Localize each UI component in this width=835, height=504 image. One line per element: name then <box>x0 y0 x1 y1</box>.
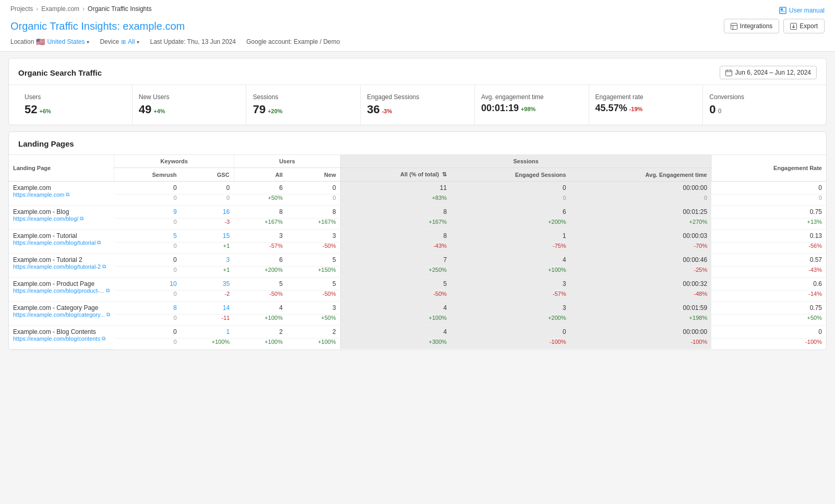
avg-time-val: 00:01:59 <box>570 302 711 315</box>
external-link-icon: ⧉ <box>102 335 105 342</box>
semrush-val: 9 <box>114 206 181 219</box>
avg-time-val: 00:00:00 <box>570 326 711 339</box>
date-range-picker[interactable]: Jun 6, 2024 – Jun 12, 2024 <box>720 66 817 79</box>
page-url-link[interactable]: https://example.com ⧉ <box>13 191 110 198</box>
export-icon <box>790 23 797 30</box>
page-url-link[interactable]: https://example.com/blog/tutorial-2 ⧉ <box>13 263 110 270</box>
gsc-sub: 0 <box>181 195 234 206</box>
sub-col-all: All <box>234 168 287 182</box>
avg-time-val: 00:01:25 <box>570 206 711 219</box>
page-url-link[interactable]: https://example.com/blog/product-... ⧉ <box>13 287 110 294</box>
external-link-icon: ⧉ <box>97 239 101 246</box>
sort-icon[interactable]: ⇅ <box>442 171 447 177</box>
export-button[interactable]: Export <box>783 19 825 33</box>
gsc-sub: -3 <box>181 219 234 230</box>
users-new-val: 3 <box>287 302 341 315</box>
engaged-sub: +100% <box>451 267 570 278</box>
users-all-val: 3 <box>234 230 287 243</box>
users-all-val: 6 <box>234 254 287 267</box>
location-value[interactable]: United States <box>47 38 85 45</box>
page-url-link[interactable]: https://example.com/blog/ ⧉ <box>13 215 110 222</box>
avg-time-sub: -48% <box>570 291 711 302</box>
flag-icon: 🇺🇸 <box>36 38 45 46</box>
metric-engagement-rate: Engagement rate 45.57% -19% <box>589 85 703 125</box>
page-title: Organic Traffic Insights: example.com <box>10 20 185 32</box>
users-new-sub: +100% <box>287 339 341 350</box>
page-name-cell: Example.com - Blog Contents https://exam… <box>9 326 114 350</box>
table-row: Example.com - Tutorial https://example.c… <box>9 230 826 243</box>
semrush-sub: 0 <box>114 315 181 326</box>
eng-rate-val: 0.6 <box>711 278 826 291</box>
engaged-sub: +200% <box>451 219 570 230</box>
integrations-button[interactable]: Integrations <box>724 19 780 33</box>
col-keywords: Keywords <box>114 155 234 168</box>
page-name-cell: Example.com - Category Page https://exam… <box>9 302 114 326</box>
gsc-val: 3 <box>181 254 234 267</box>
device-filter[interactable]: Device ⊞ All ▾ <box>100 38 139 45</box>
location-filter[interactable]: Location 🇺🇸 United States ▾ <box>10 38 89 46</box>
gsc-val: 35 <box>181 278 234 291</box>
sub-col-new: New <box>287 168 341 182</box>
semrush-val: 0 <box>114 326 181 339</box>
sessions-all-val: 4 <box>340 326 451 339</box>
gsc-val: 16 <box>181 206 234 219</box>
engaged-val: 0 <box>451 182 570 195</box>
eng-rate-sub: 0 <box>711 195 826 206</box>
landing-pages-title: Landing Pages <box>9 132 826 155</box>
gsc-val: 14 <box>181 302 234 315</box>
table-row: Example.com - Tutorial 2 https://example… <box>9 254 826 267</box>
users-new-sub: -50% <box>287 291 341 302</box>
users-all-val: 6 <box>234 182 287 195</box>
table-row: Example.com - Product Page https://examp… <box>9 278 826 291</box>
external-link-icon: ⧉ <box>80 215 84 222</box>
eng-rate-val: 0.75 <box>711 302 826 315</box>
page-name-cell: Example.com - Blog https://example.com/b… <box>9 206 114 230</box>
breadcrumb-projects[interactable]: Projects <box>10 5 33 13</box>
users-all-sub: +50% <box>234 195 287 206</box>
calendar-icon <box>725 69 732 76</box>
semrush-val: 8 <box>114 302 181 315</box>
svg-rect-0 <box>780 7 786 14</box>
users-new-sub: +167% <box>287 219 341 230</box>
last-update: Last Update: Thu, 13 Jun 2024 <box>150 38 236 45</box>
svg-rect-8 <box>725 70 732 76</box>
users-all-sub: +167% <box>234 219 287 230</box>
users-new-val: 8 <box>287 206 341 219</box>
table-row: Example.com https://example.com ⧉ 0 0 6 … <box>9 182 826 195</box>
page-url-link[interactable]: https://example.com/blog/contents ⧉ <box>13 335 110 342</box>
sessions-all-val: 8 <box>340 206 451 219</box>
sessions-all-val: 4 <box>340 302 451 315</box>
metric-conversions: Conversions 0 0 <box>703 85 817 125</box>
table-sub-row: 0 -11 +100% +50% +100% +200% +198% +50% <box>9 315 826 326</box>
metric-avg-engagement: Avg. engagement time 00:01:19 +98% <box>475 85 589 125</box>
breadcrumb-example[interactable]: Example.com <box>41 5 79 13</box>
table-row: Example.com - Category Page https://exam… <box>9 302 826 315</box>
eng-rate-val: 0.75 <box>711 206 826 219</box>
page-url-link[interactable]: https://example.com/blog/category... ⧉ <box>13 311 110 318</box>
device-value[interactable]: All <box>128 38 135 45</box>
device-dropdown-arrow: ▾ <box>137 39 139 45</box>
manual-icon <box>779 7 786 14</box>
sub-col-engaged-sessions: Engaged Sessions <box>451 168 570 182</box>
page-name-cell: Example.com - Product Page https://examp… <box>9 278 114 302</box>
semrush-val: 5 <box>114 230 181 243</box>
user-manual-link[interactable]: User manual <box>779 7 825 14</box>
sub-col-avg-engagement: Avg. Engagement time <box>570 168 711 182</box>
users-all-val: 4 <box>234 302 287 315</box>
page-name-cell: Example.com - Tutorial https://example.c… <box>9 230 114 254</box>
table-sub-row: 0 0 +50% 0 +83% 0 0 0 <box>9 195 826 206</box>
table-sub-row: 0 -3 +167% +167% +167% +200% +270% +13% <box>9 219 826 230</box>
gsc-sub: +1 <box>181 243 234 254</box>
sessions-all-sub: -43% <box>340 243 451 254</box>
engaged-sub: 0 <box>451 195 570 206</box>
semrush-val: 0 <box>114 182 181 195</box>
page-url-link[interactable]: https://example.com/blog/tutorial ⧉ <box>13 239 110 246</box>
table-sub-row: 0 +1 +200% +150% +250% +100% -25% -43% <box>9 267 826 278</box>
sessions-all-sub: +100% <box>340 315 451 326</box>
users-all-val: 8 <box>234 206 287 219</box>
external-link-icon: ⧉ <box>106 287 110 294</box>
sessions-all-sub: +250% <box>340 267 451 278</box>
engaged-val: 3 <box>451 278 570 291</box>
semrush-sub: 0 <box>114 243 181 254</box>
sessions-all-sub: +167% <box>340 219 451 230</box>
